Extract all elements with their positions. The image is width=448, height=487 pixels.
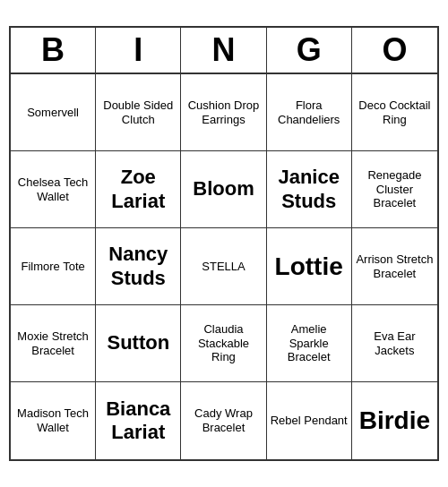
bingo-cell-20: Madison Tech Wallet bbox=[11, 382, 96, 459]
bingo-cell-4: Deco Cocktail Ring bbox=[352, 74, 437, 151]
header-letter-b: B bbox=[11, 28, 96, 73]
bingo-cell-22: Cady Wrap Bracelet bbox=[181, 382, 266, 459]
bingo-cell-3: Flora Chandeliers bbox=[267, 74, 352, 151]
bingo-cell-23: Rebel Pendant bbox=[267, 382, 352, 459]
bingo-cell-13: Lottie bbox=[267, 228, 352, 305]
bingo-card: BINGO SomervellDouble Sided ClutchCushio… bbox=[9, 26, 439, 461]
bingo-grid: SomervellDouble Sided ClutchCushion Drop… bbox=[11, 74, 437, 459]
bingo-cell-19: Eva Ear Jackets bbox=[352, 305, 437, 382]
header-letter-n: N bbox=[181, 28, 266, 73]
bingo-cell-2: Cushion Drop Earrings bbox=[181, 74, 266, 151]
bingo-cell-10: Filmore Tote bbox=[11, 228, 96, 305]
bingo-cell-0: Somervell bbox=[11, 74, 96, 151]
bingo-cell-24: Birdie bbox=[352, 382, 437, 459]
bingo-cell-15: Moxie Stretch Bracelet bbox=[11, 305, 96, 382]
bingo-cell-18: Amelie Sparkle Bracelet bbox=[267, 305, 352, 382]
bingo-cell-11: Nancy Studs bbox=[96, 228, 181, 305]
header-letter-i: I bbox=[96, 28, 181, 73]
bingo-cell-6: Zoe Lariat bbox=[96, 151, 181, 228]
bingo-header: BINGO bbox=[11, 28, 437, 74]
header-letter-g: G bbox=[267, 28, 352, 73]
header-letter-o: O bbox=[352, 28, 437, 73]
bingo-cell-12: STELLA bbox=[181, 228, 266, 305]
bingo-cell-8: Janice Studs bbox=[267, 151, 352, 228]
bingo-cell-21: Bianca Lariat bbox=[96, 382, 181, 459]
bingo-cell-17: Claudia Stackable Ring bbox=[181, 305, 266, 382]
bingo-cell-16: Sutton bbox=[96, 305, 181, 382]
bingo-cell-7: Bloom bbox=[181, 151, 266, 228]
bingo-cell-1: Double Sided Clutch bbox=[96, 74, 181, 151]
bingo-cell-14: Arrison Stretch Bracelet bbox=[352, 228, 437, 305]
bingo-cell-9: Renegade Cluster Bracelet bbox=[352, 151, 437, 228]
bingo-cell-5: Chelsea Tech Wallet bbox=[11, 151, 96, 228]
